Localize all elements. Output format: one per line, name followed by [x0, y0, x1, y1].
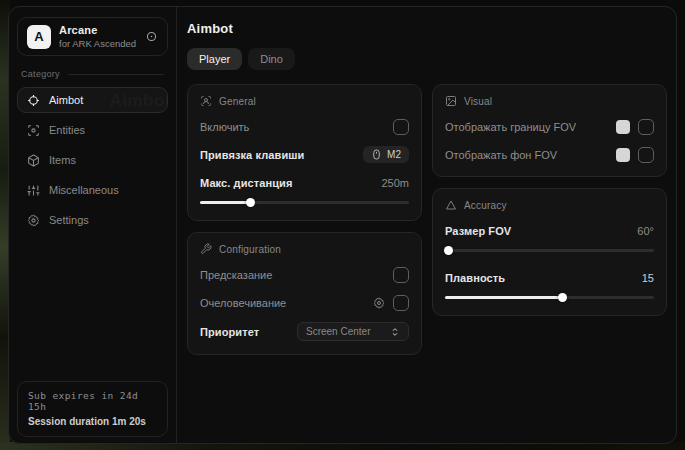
fov-border-checkbox[interactable]	[638, 119, 654, 135]
sidebar-item-aimbot[interactable]: Aimbot Aimbot	[17, 87, 168, 113]
tab-player[interactable]: Player	[187, 48, 242, 70]
sub-expires-text: Sub expires in 24d 15h	[28, 390, 157, 412]
category-divider	[68, 74, 164, 75]
card-general-header: General	[200, 95, 409, 107]
row-distance: Макс. дистанция 250m	[200, 174, 409, 191]
distance-label: Макс. дистанция	[200, 177, 292, 189]
page-title: Aimbot	[187, 21, 667, 36]
slider-thumb[interactable]	[444, 246, 453, 255]
mouse-icon	[371, 149, 382, 160]
sidebar-item-watermark: Aimbot	[109, 91, 168, 111]
row-fov-size: Размер FOV 60°	[445, 222, 654, 239]
brand-text: Arcane for ARK Ascended	[59, 24, 136, 49]
row-smoothness: Плавность 15	[445, 269, 654, 286]
row-humanization: Очеловечивание	[200, 294, 409, 311]
tab-dino[interactable]: Dino	[248, 48, 295, 70]
sidebar-item-label: Miscellaneous	[49, 184, 119, 196]
brand-subtitle: for ARK Ascended	[59, 38, 136, 49]
card-title: Configuration	[219, 244, 281, 255]
card-accuracy-header: Accuracy	[445, 199, 654, 211]
slider-fill	[445, 296, 562, 299]
card-title: Visual	[464, 96, 492, 107]
fov-size-slider[interactable]	[445, 246, 654, 255]
sidebar-item-label: Aimbot	[49, 94, 83, 106]
wrench-icon	[200, 243, 212, 255]
slider-thumb[interactable]	[558, 293, 567, 302]
smoothness-value: 15	[642, 272, 654, 284]
humanization-controls	[373, 295, 409, 311]
app-window: A Arcane for ARK Ascended Category Aimbo…	[8, 6, 677, 444]
image-icon	[445, 95, 457, 107]
fov-size-label: Размер FOV	[445, 225, 511, 237]
sidebar-item-label: Settings	[49, 214, 89, 226]
slider-fill	[200, 201, 250, 204]
fov-bg-controls	[616, 147, 654, 163]
keybind-button[interactable]: M2	[363, 146, 409, 163]
scan-icon	[27, 124, 40, 137]
cards-area: General Включить Привязка клавиши M2	[187, 84, 667, 355]
smoothness-label: Плавность	[445, 272, 505, 284]
fov-bg-color-swatch[interactable]	[616, 148, 630, 162]
fov-bg-checkbox[interactable]	[638, 147, 654, 163]
card-configuration-header: Configuration	[200, 243, 409, 255]
distance-slider[interactable]	[200, 198, 409, 207]
column-right: Visual Отображать границу FOV Отображать…	[432, 84, 667, 316]
prediction-checkbox[interactable]	[393, 267, 409, 283]
sidebar-item-settings[interactable]: Settings	[17, 207, 168, 233]
prediction-label: Предсказание	[200, 269, 272, 281]
brand-logo: A	[27, 25, 51, 49]
chevrons-up-down-icon	[390, 327, 400, 337]
smoothness-slider[interactable]	[445, 293, 654, 302]
category-row: Category	[21, 69, 164, 79]
humanization-label: Очеловечивание	[200, 297, 286, 309]
sliders-icon	[27, 184, 40, 197]
brand-name: Arcane	[59, 24, 136, 36]
slider-thumb[interactable]	[246, 198, 255, 207]
keybind-value: M2	[387, 149, 401, 160]
sidebar-item-label: Entities	[49, 124, 85, 136]
package-icon	[27, 154, 40, 167]
row-fov-border: Отображать границу FOV	[445, 118, 654, 135]
fov-border-controls	[616, 119, 654, 135]
humanization-gear-icon[interactable]	[373, 297, 385, 309]
priority-dropdown[interactable]: Screen Center	[297, 322, 409, 341]
distance-value: 250m	[381, 177, 409, 189]
row-enable: Включить	[200, 118, 409, 135]
humanization-checkbox[interactable]	[393, 295, 409, 311]
fov-border-color-swatch[interactable]	[616, 120, 630, 134]
user-focus-icon	[200, 95, 212, 107]
subscription-panel: Sub expires in 24d 15h Session duration …	[17, 381, 168, 437]
fov-border-label: Отображать границу FOV	[445, 121, 576, 133]
card-visual-header: Visual	[445, 95, 654, 107]
category-label: Category	[21, 69, 60, 79]
enable-checkbox[interactable]	[393, 119, 409, 135]
sidebar-item-items[interactable]: Items	[17, 147, 168, 173]
card-visual: Visual Отображать границу FOV Отображать…	[432, 84, 667, 177]
sidebar-item-label: Items	[49, 154, 76, 166]
sidebar-item-entities[interactable]: Entities	[17, 117, 168, 143]
row-priority: Приоритет Screen Center	[200, 322, 409, 341]
row-prediction: Предсказание	[200, 266, 409, 283]
priority-label: Приоритет	[200, 326, 259, 338]
enable-label: Включить	[200, 121, 249, 133]
target-icon[interactable]	[145, 30, 158, 43]
fov-size-value: 60°	[637, 225, 654, 237]
main-panel: Aimbot Player Dino General Включить	[177, 7, 677, 443]
sidebar: A Arcane for ARK Ascended Category Aimbo…	[9, 7, 177, 443]
session-duration-text: Session duration 1m 20s	[28, 416, 157, 427]
card-configuration: Configuration Предсказание Очеловечивани…	[187, 232, 422, 355]
crosshair-icon	[27, 94, 40, 107]
card-title: General	[219, 96, 256, 107]
sidebar-nav: Aimbot Aimbot Entities Items Miscellane	[17, 87, 168, 233]
card-title: Accuracy	[464, 200, 507, 211]
fov-bg-label: Отображать фон FOV	[445, 149, 557, 161]
tab-bar: Player Dino	[187, 48, 667, 70]
sidebar-item-miscellaneous[interactable]: Miscellaneous	[17, 177, 168, 203]
card-general: General Включить Привязка клавиши M2	[187, 84, 422, 221]
slider-track	[445, 249, 654, 252]
brand-card: A Arcane for ARK Ascended	[17, 17, 168, 56]
row-keybind: Привязка клавиши M2	[200, 146, 409, 163]
column-left: General Включить Привязка клавиши M2	[187, 84, 422, 355]
triangle-icon	[445, 199, 457, 211]
card-accuracy: Accuracy Размер FOV 60° Плавность 15	[432, 188, 667, 316]
